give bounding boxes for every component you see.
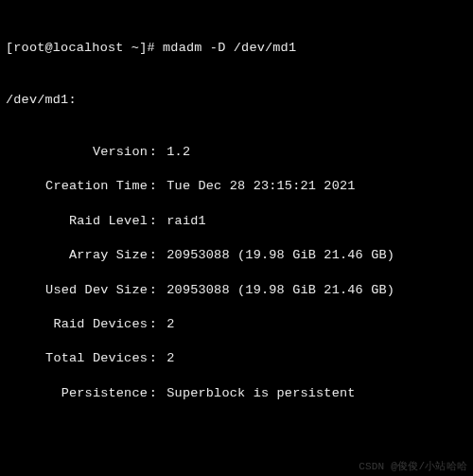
kv-label: Used Dev Size — [6, 282, 148, 299]
shell-prompt[interactable]: [root@localhost ~]# mdadm -D /dev/md1 — [6, 40, 467, 57]
kv-total-devices: Total Devices: 2 — [6, 350, 467, 367]
watermark: CSDN @俊俊/小站哈哈 — [359, 460, 467, 474]
kv-label: Version — [6, 144, 148, 161]
kv-label: Array Size — [6, 247, 148, 264]
kv-value: 2 — [166, 317, 174, 331]
kv-label: Raid Devices — [6, 316, 148, 333]
kv-label: Creation Time — [6, 178, 148, 195]
terminal-output: [root@localhost ~]# mdadm -D /dev/md1 /d… — [6, 6, 467, 476]
kv-raid-level: Raid Level: raid1 — [6, 213, 467, 230]
kv-value: 20953088 (19.98 GiB 21.46 GB) — [166, 248, 394, 262]
kv-used-dev-size: Used Dev Size: 20953088 (19.98 GiB 21.46… — [6, 282, 467, 299]
kv-value: raid1 — [166, 214, 206, 228]
kv-label: Persistence — [6, 385, 148, 402]
kv-value: Tue Dec 28 23:15:21 2021 — [166, 179, 355, 193]
kv-label: Total Devices — [6, 350, 148, 367]
kv-value: 20953088 (19.98 GiB 21.46 GB) — [166, 283, 394, 297]
kv-label: Raid Level — [6, 213, 148, 230]
command-text: mdadm -D /dev/md1 — [163, 41, 296, 55]
user-host: root@localhost — [13, 41, 123, 55]
kv-value: 2 — [166, 351, 174, 365]
kv-raid-devices: Raid Devices: 2 — [6, 316, 467, 333]
kv-value: 1.2 — [166, 145, 190, 159]
kv-version: Version: 1.2 — [6, 144, 467, 161]
device-header: /dev/md1: — [6, 92, 467, 109]
kv-array-size: Array Size: 20953088 (19.98 GiB 21.46 GB… — [6, 247, 467, 264]
blank-line — [6, 436, 467, 453]
cwd: ~ — [131, 41, 139, 55]
kv-creation-time: Creation Time: Tue Dec 28 23:15:21 2021 — [6, 178, 467, 195]
kv-value: Superblock is persistent — [166, 386, 355, 400]
kv-persistence: Persistence: Superblock is persistent — [6, 385, 467, 402]
